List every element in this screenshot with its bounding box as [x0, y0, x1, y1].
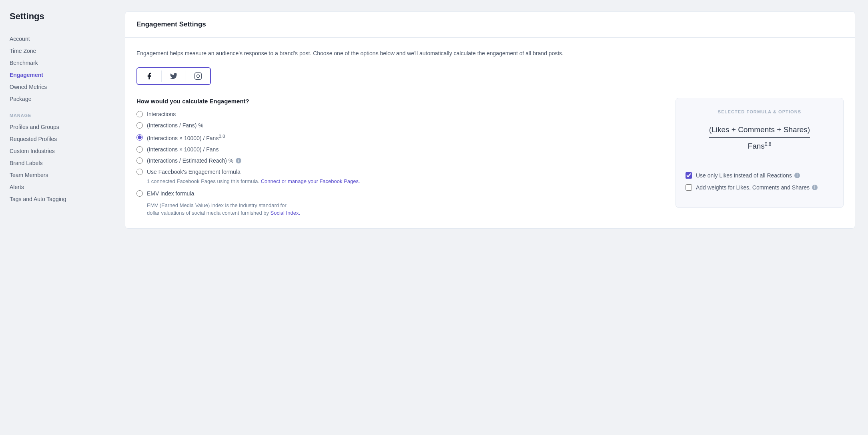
twitter-icon [170, 72, 178, 80]
card-body: Engagement helps measure an audience's r… [125, 38, 855, 228]
formula-section-label: How would you calculate Engagement? [136, 98, 664, 105]
radio-interactions-estimated-reach-label: (Interactions / Estimated Reach) % i [147, 157, 241, 164]
radio-facebook-formula-input[interactable] [136, 169, 143, 175]
sidebar-item-benchmark[interactable]: Benchmark [10, 57, 102, 69]
sidebar-item-owned-metrics[interactable]: Owned Metrics [10, 81, 102, 93]
add-weights-info-icon: i [812, 185, 818, 190]
radio-interactions-fans-pct-label: (Interactions / Fans) % [147, 122, 203, 129]
use-only-likes-info-icon: i [794, 173, 800, 178]
formula-panel-label: SELECTED FORMULA & OPTIONS [686, 109, 834, 114]
formula-divider [686, 164, 834, 164]
sidebar: Settings Account Time Zone Benchmark Eng… [0, 0, 112, 435]
radio-interactions[interactable]: Interactions [136, 111, 664, 117]
main-content: Engagement Settings Engagement helps mea… [112, 0, 868, 435]
checkbox-use-only-likes[interactable]: Use only Likes instead of all Reactions … [686, 172, 834, 179]
estimated-reach-info-icon: i [236, 158, 241, 163]
formula-denominator: Fans0.8 [748, 141, 772, 151]
facebook-formula-link[interactable]: Connect or manage your Facebook Pages. [261, 178, 360, 184]
facebook-icon [145, 72, 153, 80]
checkbox-use-only-likes-input[interactable] [686, 172, 692, 179]
sidebar-manage-nav: Profiles and Groups Requested Profiles C… [10, 121, 102, 205]
emv-note: EMV (Earned Media Value) index is the in… [147, 201, 664, 217]
twitter-tab[interactable] [162, 68, 186, 84]
estimated-reach-with-info: (Interactions / Estimated Reach) % i [147, 157, 241, 164]
engagement-description: Engagement helps measure an audience's r… [136, 49, 844, 58]
radio-interactions-10000-fans-label: (Interactions × 10000) / Fans [147, 146, 219, 153]
formula-display: (Likes + Comments + Shares) Fans0.8 [686, 125, 834, 151]
svg-rect-0 [195, 73, 202, 80]
radio-emv-index-input[interactable] [136, 190, 143, 197]
page-title: Settings [10, 11, 102, 22]
radio-interactions-estimated-reach[interactable]: (Interactions / Estimated Reach) % i [136, 157, 664, 164]
radio-interactions-10000-fans-08[interactable]: (Interactions × 10000) / Fans0.8 [136, 133, 664, 141]
sidebar-item-requested-profiles[interactable]: Requested Profiles [10, 133, 102, 145]
formula-panel: SELECTED FORMULA & OPTIONS (Likes + Comm… [676, 98, 844, 207]
checkbox-use-only-likes-label: Use only Likes instead of all Reactions … [696, 172, 800, 179]
checkbox-add-weights-label: Add weights for Likes, Comments and Shar… [696, 184, 818, 191]
sidebar-item-timezone[interactable]: Time Zone [10, 45, 102, 57]
social-index-link[interactable]: Social Index. [271, 210, 300, 216]
sidebar-item-custom-industries[interactable]: Custom Industries [10, 145, 102, 157]
facebook-tab[interactable] [137, 68, 161, 84]
settings-card: Engagement Settings Engagement helps mea… [125, 11, 855, 229]
radio-interactions-input[interactable] [136, 111, 143, 117]
svg-point-1 [197, 75, 200, 78]
sidebar-item-engagement[interactable]: Engagement [10, 69, 102, 81]
radio-interactions-10000-fans[interactable]: (Interactions × 10000) / Fans [136, 146, 664, 153]
sidebar-manage-label: MANAGE [10, 113, 102, 118]
radio-interactions-10000-fans-08-label: (Interactions × 10000) / Fans0.8 [147, 133, 225, 141]
card-title: Engagement Settings [136, 20, 844, 28]
instagram-tab[interactable] [186, 68, 210, 84]
radio-interactions-fans-pct[interactable]: (Interactions / Fans) % [136, 122, 664, 129]
radio-interactions-10000-fans-input[interactable] [136, 146, 143, 153]
checkbox-add-weights-input[interactable] [686, 184, 692, 191]
formula-panel-inner: SELECTED FORMULA & OPTIONS (Likes + Comm… [676, 98, 844, 207]
sidebar-item-alerts[interactable]: Alerts [10, 181, 102, 193]
denominator-superscript: 0.8 [765, 141, 772, 147]
card-header: Engagement Settings [125, 12, 855, 38]
sidebar-item-tags-auto-tagging[interactable]: Tags and Auto Tagging [10, 193, 102, 205]
svg-point-2 [200, 74, 200, 75]
formula-section: How would you calculate Engagement? Inte… [136, 98, 844, 217]
radio-interactions-estimated-reach-input[interactable] [136, 157, 143, 164]
radio-interactions-fans-pct-input[interactable] [136, 122, 143, 129]
sidebar-item-profiles-groups[interactable]: Profiles and Groups [10, 121, 102, 133]
sidebar-item-brand-labels[interactable]: Brand Labels [10, 157, 102, 169]
radio-interactions-10000-fans-08-input[interactable] [136, 134, 143, 141]
radio-emv-index-label: EMV index formula [147, 190, 194, 197]
formula-numerator: (Likes + Comments + Shares) [709, 125, 810, 138]
sidebar-main-nav: Account Time Zone Benchmark Engagement O… [10, 33, 102, 105]
platform-tabs [136, 67, 211, 85]
radio-emv-index[interactable]: EMV index formula [136, 190, 664, 197]
instagram-icon [194, 72, 202, 80]
sidebar-item-team-members[interactable]: Team Members [10, 169, 102, 181]
radio-facebook-formula[interactable]: Use Facebook's Engagement formula [136, 169, 664, 175]
formula-options-col: How would you calculate Engagement? Inte… [136, 98, 664, 217]
sidebar-item-account[interactable]: Account [10, 33, 102, 45]
checkbox-add-weights[interactable]: Add weights for Likes, Comments and Shar… [686, 184, 834, 191]
radio-facebook-formula-label: Use Facebook's Engagement formula [147, 169, 241, 175]
sidebar-item-package[interactable]: Package [10, 93, 102, 105]
facebook-formula-note: 1 connected Facebook Pages using this fo… [147, 177, 664, 185]
radio-interactions-label: Interactions [147, 111, 176, 117]
